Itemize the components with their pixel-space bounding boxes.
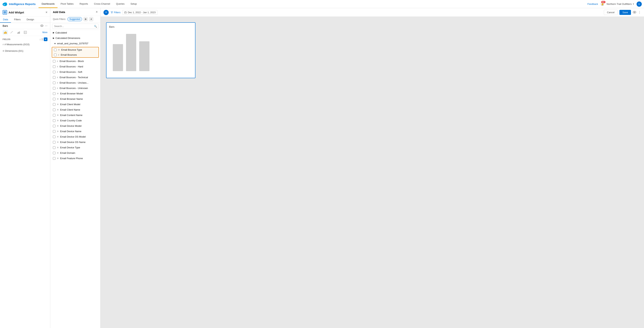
nav-tab-reports[interactable]: Reports: [76, 0, 91, 8]
data-item-email-device-name[interactable]: ⚙ Email Device Name: [50, 129, 100, 134]
data-item-email-client-name[interactable]: ⚙ Email Client Name: [50, 107, 100, 112]
checkbox-email-content-name[interactable]: [53, 114, 56, 116]
more-options-button[interactable]: ⋮: [638, 10, 641, 14]
data-item-email-feature-phone[interactable]: ⚙ Email Feature Phone: [50, 156, 100, 161]
data-item-email-bounce-type[interactable]: ⚙ Email Bounce Type: [52, 47, 98, 52]
data-item-email-content-name[interactable]: ⚙ Email Content Name: [50, 112, 100, 118]
chart-type-bar[interactable]: [2, 30, 8, 34]
hash-icon: #: [2, 43, 4, 46]
preview-eye-button[interactable]: [633, 11, 636, 14]
nav-tab-setup[interactable]: Setup: [128, 0, 140, 8]
checkbox-email-bounces-soft[interactable]: [53, 71, 56, 73]
tab-filters[interactable]: Filters: [11, 16, 24, 23]
right-area: + Filters Dec 1, 2022 - Jan 1, 2023: [100, 8, 644, 328]
cancel-button[interactable]: Cancel: [604, 10, 618, 15]
data-item-email-country-code[interactable]: ⚙ Email Country Code: [50, 118, 100, 123]
filters-button[interactable]: Filters: [110, 11, 120, 14]
expand-arrow-calculated: ▶: [53, 32, 54, 34]
widget-more-button[interactable]: ⋯: [45, 24, 48, 27]
email-device-os-model-label: Email Device OS Model: [60, 135, 86, 138]
sigma-icon[interactable]: Σ: [42, 38, 43, 41]
data-item-email-browser-name[interactable]: ⚙ Email Browser Name: [50, 96, 100, 102]
data-item-email-bounces-block[interactable]: # Email Bounces - Block: [50, 58, 100, 64]
checkbox-email-bounces-technical[interactable]: [53, 76, 56, 79]
chart-type-area[interactable]: [16, 30, 21, 34]
data-item-email-bounces-hard[interactable]: # Email Bounces - Hard: [50, 64, 100, 69]
data-item-email-bounces-unclass[interactable]: # Email Bounces - Unclass...: [50, 80, 100, 86]
widget-eye-button[interactable]: [40, 24, 43, 27]
quick-filters-label: Quick Filters:: [53, 18, 66, 20]
checkbox-email-bounces-unknown[interactable]: [53, 87, 56, 90]
nav-tab-dashboards[interactable]: Dashboards: [38, 0, 58, 8]
svg-rect-18: [24, 31, 26, 34]
nav-tab-cross-channel[interactable]: Cross-Channel: [91, 0, 113, 8]
checkbox-email-device-os-name[interactable]: [53, 141, 56, 144]
data-item-email-device-model[interactable]: ⚙ Email Device Model: [50, 123, 100, 129]
notification-count: 99+: [601, 1, 606, 3]
data-item-email-client-model[interactable]: ⚙ Email Client Model: [50, 102, 100, 107]
fields-header: FIELDS ↕ Σ +: [2, 38, 48, 41]
tab-data[interactable]: Data: [0, 16, 11, 23]
folder-email-and-journey[interactable]: ▼ email_and_journey_1079707: [50, 41, 100, 46]
quick-filters-row: Quick Filters: Suggested ⚙ #: [50, 16, 100, 22]
svg-rect-16: [6, 32, 7, 34]
data-item-email-bounces-unknown[interactable]: # Email Bounces - Unknown: [50, 86, 100, 91]
svg-point-12: [42, 25, 42, 26]
checkbox-email-bounces-hard[interactable]: [53, 65, 56, 68]
chart-more-button[interactable]: More: [42, 31, 48, 34]
search-input[interactable]: [52, 24, 98, 29]
notification-bell[interactable]: 🔔 99+: [600, 2, 604, 6]
checkbox-email-device-name[interactable]: [53, 130, 56, 133]
section-calculated[interactable]: ▶ Calculated: [50, 30, 100, 35]
add-data-header: Add Data ×: [50, 8, 100, 16]
user-avatar[interactable]: U: [636, 2, 642, 7]
calculated-label: Calculated: [56, 31, 67, 34]
checkbox-email-bounce-type[interactable]: [54, 48, 56, 51]
checkbox-email-country-code[interactable]: [53, 119, 56, 122]
nav-tab-queries[interactable]: Queries: [113, 0, 128, 8]
data-item-email-browser-model[interactable]: ⚙ Email Browser Model: [50, 91, 100, 96]
checkbox-email-bounces-block[interactable]: [53, 60, 56, 62]
feedback-button[interactable]: Feedback: [588, 2, 598, 6]
sort-icon[interactable]: ↕: [40, 38, 41, 41]
tab-design[interactable]: Design: [24, 16, 37, 23]
checkbox-email-domain[interactable]: [53, 152, 56, 154]
save-button[interactable]: Save: [620, 10, 631, 15]
checkbox-email-device-model[interactable]: [53, 125, 56, 127]
chart-type-line[interactable]: [9, 30, 14, 34]
data-item-email-bounces-technical[interactable]: # Email Bounces - Technical: [50, 75, 100, 80]
close-add-data-button[interactable]: ×: [96, 10, 98, 14]
org-selector[interactable]: Northern Trail Outfitters ▼: [606, 2, 634, 6]
chart-type-table[interactable]: [23, 30, 28, 34]
checkbox-email-browser-model[interactable]: [53, 92, 56, 95]
panel-title: Add Widget: [8, 11, 46, 14]
nav-tab-pivot-tables[interactable]: Pivot Tables: [58, 0, 76, 8]
svg-rect-13: [4, 32, 4, 34]
checkbox-email-client-model[interactable]: [53, 103, 56, 106]
email-bounces-label: Email Bounces: [61, 54, 77, 56]
checkbox-email-device-type[interactable]: [53, 146, 56, 149]
checkbox-email-device-os-model[interactable]: [53, 136, 56, 138]
date-range-selector[interactable]: Dec 1, 2022 - Jan 1, 2023: [122, 10, 158, 15]
close-widget-panel-button[interactable]: ×: [46, 10, 48, 14]
checkbox-email-client-name[interactable]: [53, 108, 56, 111]
checkbox-email-browser-name[interactable]: [53, 98, 56, 100]
add-field-button[interactable]: +: [44, 38, 48, 41]
data-item-email-device-os-name[interactable]: ⚙ Email Device OS Name: [50, 140, 100, 145]
data-item-email-device-type[interactable]: ⚙ Email Device Type: [50, 145, 100, 150]
data-item-email-bounces[interactable]: # Email Bounces: [52, 52, 98, 57]
data-item-email-domain[interactable]: ⚙ Email Domain: [50, 150, 100, 156]
add-data-plus-button[interactable]: +: [104, 10, 109, 15]
svg-rect-10: [5, 12, 6, 14]
expand-arrow-calc-dims: ▶: [53, 37, 54, 39]
filter-chip-settings[interactable]: ⚙: [84, 17, 88, 21]
filter-chip-hash[interactable]: #: [89, 17, 93, 21]
filter-chip-suggested[interactable]: Suggested: [68, 17, 82, 21]
data-item-email-bounces-soft[interactable]: # Email Bounces - Soft: [50, 69, 100, 75]
checkbox-email-bounces-unclass[interactable]: [53, 82, 56, 84]
checkbox-email-bounces[interactable]: [54, 54, 56, 56]
data-item-email-device-os-model[interactable]: ⚙ Email Device OS Model: [50, 134, 100, 140]
section-calculated-dimensions[interactable]: ▶ Calculated Dimensions: [50, 35, 100, 41]
gear-icon-domain: ⚙: [57, 152, 59, 154]
checkbox-email-feature-phone[interactable]: [53, 157, 56, 160]
